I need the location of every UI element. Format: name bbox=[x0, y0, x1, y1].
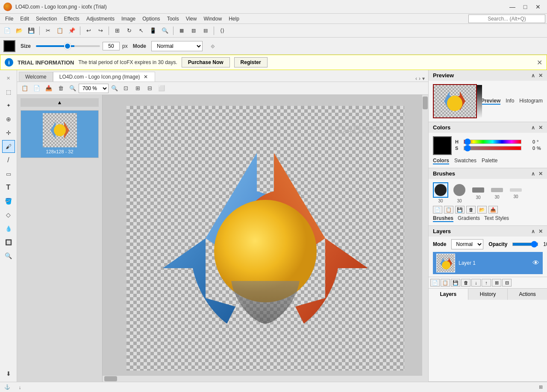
layer-delete[interactable]: 🗑 bbox=[461, 279, 471, 287]
layers-bottom-tab-actions[interactable]: Actions bbox=[508, 289, 547, 300]
canvas-delete[interactable]: 🗑 bbox=[56, 84, 66, 93]
brush-save[interactable]: 💾 bbox=[455, 206, 465, 214]
colors-close[interactable]: ✕ bbox=[538, 125, 543, 131]
brushes-tab-brushes[interactable]: Brushes bbox=[433, 215, 453, 222]
zoom-fit[interactable]: ⊡ bbox=[121, 84, 131, 93]
brush-item-3[interactable]: 30 bbox=[471, 186, 486, 200]
toolbar-overlay[interactable]: ▧ bbox=[188, 26, 199, 36]
brushes-close[interactable]: ✕ bbox=[538, 171, 543, 177]
hue-slider[interactable] bbox=[464, 140, 521, 144]
brush-new[interactable]: 📄 bbox=[433, 206, 442, 214]
tab-welcome[interactable]: Welcome bbox=[19, 72, 53, 82]
layers-bottom-tab-history[interactable]: History bbox=[468, 289, 508, 300]
brush-delete[interactable]: 🗑 bbox=[466, 206, 476, 214]
brush-item-1[interactable]: 30 bbox=[433, 182, 448, 203]
size-value-input[interactable]: 50 bbox=[103, 42, 120, 50]
snap-grid[interactable]: ⊟ bbox=[144, 84, 155, 93]
toolbar-open[interactable]: 📂 bbox=[14, 26, 25, 36]
layer-new[interactable]: 📄 bbox=[430, 279, 440, 287]
layer-flatten[interactable]: ⊟ bbox=[502, 279, 512, 287]
toolbar-grid1[interactable]: ⊞ bbox=[112, 26, 123, 36]
toolbar-save[interactable]: 💾 bbox=[26, 26, 37, 36]
search-input[interactable] bbox=[468, 15, 545, 23]
canvas-import[interactable]: 📥 bbox=[44, 84, 54, 93]
size-slider[interactable] bbox=[36, 45, 100, 47]
tool-transform[interactable]: ⊕ bbox=[2, 113, 15, 126]
airbrush-icon[interactable]: ⟐ bbox=[208, 41, 218, 51]
canvas-duplicate[interactable]: 📄 bbox=[32, 84, 42, 93]
canvas-vscrollbar[interactable] bbox=[422, 95, 428, 382]
preview-tab-histogram[interactable]: Histogram bbox=[519, 98, 543, 105]
layer-up[interactable]: ↑ bbox=[482, 279, 491, 287]
preview-tab-preview[interactable]: Preview bbox=[481, 98, 500, 105]
register-button[interactable]: Register bbox=[234, 57, 268, 67]
layers-close[interactable]: ✕ bbox=[538, 228, 543, 234]
preview-close[interactable]: ✕ bbox=[538, 73, 543, 79]
sat-slider[interactable] bbox=[464, 146, 521, 150]
menu-view[interactable]: View bbox=[182, 15, 200, 23]
toolbar-new[interactable]: 📄 bbox=[2, 26, 13, 36]
tool-hand[interactable]: ⬇ bbox=[2, 367, 15, 380]
tool-text[interactable]: T bbox=[2, 181, 15, 194]
toolbar-zoom-fit[interactable]: 🔍 bbox=[159, 26, 171, 36]
menu-selection[interactable]: Selection bbox=[32, 15, 60, 23]
tab-image-close[interactable]: ✕ bbox=[143, 74, 149, 80]
canvas-hscrollbar-thumb[interactable] bbox=[104, 376, 117, 381]
mode-select[interactable]: Normal Multiply Screen Overlay Darken Li… bbox=[151, 41, 203, 51]
layer-save[interactable]: 💾 bbox=[451, 279, 460, 287]
opacity-slider[interactable] bbox=[512, 243, 538, 246]
brush-import[interactable]: 📥 bbox=[488, 206, 498, 214]
tool-line[interactable]: / bbox=[2, 154, 15, 167]
tool-magnify[interactable]: 🔍 bbox=[2, 249, 15, 262]
purchase-now-button[interactable]: Purchase Now bbox=[182, 57, 230, 67]
layers-collapse[interactable]: ∧ bbox=[531, 228, 535, 234]
zoom-out[interactable]: 🔍 bbox=[68, 84, 78, 93]
tool-move[interactable]: ✛ bbox=[2, 126, 15, 139]
size-panel-item-128[interactable]: 128x128 - 32 bbox=[21, 110, 99, 158]
menu-effects[interactable]: Effects bbox=[60, 15, 82, 23]
tool-close[interactable]: ✕ bbox=[2, 72, 15, 85]
tab-nav-prev[interactable]: ‹ bbox=[415, 76, 417, 82]
show-grid[interactable]: ⊞ bbox=[132, 84, 143, 93]
brushes-tab-gradients[interactable]: Gradients bbox=[458, 215, 480, 222]
tool-rectangle[interactable]: ▭ bbox=[2, 167, 15, 180]
colors-tab-colors[interactable]: Colors bbox=[433, 158, 449, 164]
toolbar-cursor[interactable]: ↖ bbox=[135, 26, 147, 36]
close-button[interactable]: ✕ bbox=[532, 3, 544, 11]
layer-down[interactable]: ↓ bbox=[471, 279, 481, 287]
preview-collapse[interactable]: ∧ bbox=[531, 73, 535, 79]
layers-header[interactable]: Layers ∧ ✕ bbox=[429, 226, 547, 237]
maximize-button[interactable]: □ bbox=[520, 3, 531, 11]
toolbar-mobile[interactable]: 📱 bbox=[147, 26, 159, 36]
toolbar-checkerboard[interactable]: ▦ bbox=[176, 26, 187, 36]
tool-eraser[interactable]: ◇ bbox=[2, 208, 15, 221]
layers-bottom-tab-layers[interactable]: Layers bbox=[429, 289, 468, 300]
sizes-panel-scroll-up[interactable]: ▲ bbox=[21, 98, 99, 107]
layer-eye-1[interactable]: 👁 bbox=[532, 259, 539, 267]
colors-collapse[interactable]: ∧ bbox=[531, 125, 535, 131]
brushes-header[interactable]: Brushes ∧ ✕ bbox=[429, 168, 547, 179]
tool-fill[interactable]: 🪣 bbox=[2, 195, 15, 208]
canvas-hscrollbar[interactable] bbox=[103, 376, 422, 382]
colors-tab-palette[interactable]: Palette bbox=[482, 158, 497, 164]
menu-window[interactable]: Window bbox=[200, 15, 225, 23]
tool-magic-wand[interactable]: ✦ bbox=[2, 99, 15, 112]
zoom-select[interactable]: 700 % 100 % 200 % 400 % 1000 % bbox=[79, 84, 109, 93]
menu-image[interactable]: Image bbox=[118, 15, 139, 23]
toolbar-rotate[interactable]: ↻ bbox=[124, 26, 135, 36]
layers-mode-select[interactable]: Normal Multiply Screen bbox=[451, 239, 483, 249]
minimize-button[interactable]: — bbox=[507, 3, 518, 11]
menu-tools[interactable]: Tools bbox=[164, 15, 182, 23]
tool-eyedropper2[interactable]: 🔲 bbox=[2, 236, 15, 249]
color-swatch[interactable] bbox=[3, 40, 15, 52]
brushes-tab-textstyles[interactable]: Text Styles bbox=[484, 215, 509, 222]
preview-header[interactable]: Preview ∧ ✕ bbox=[429, 70, 547, 81]
toolbar-grid2[interactable]: ▤ bbox=[200, 26, 211, 36]
toolbar-undo[interactable]: ↩ bbox=[83, 26, 94, 36]
brush-item-4[interactable]: 30 bbox=[489, 186, 505, 199]
brushes-collapse[interactable]: ∧ bbox=[531, 171, 535, 177]
canvas-new-frame[interactable]: 📋 bbox=[20, 84, 30, 93]
brush-folder[interactable]: 📂 bbox=[477, 206, 487, 214]
brush-item-5[interactable]: 30 bbox=[508, 187, 523, 199]
toolbar-redo[interactable]: ↪ bbox=[95, 26, 106, 36]
